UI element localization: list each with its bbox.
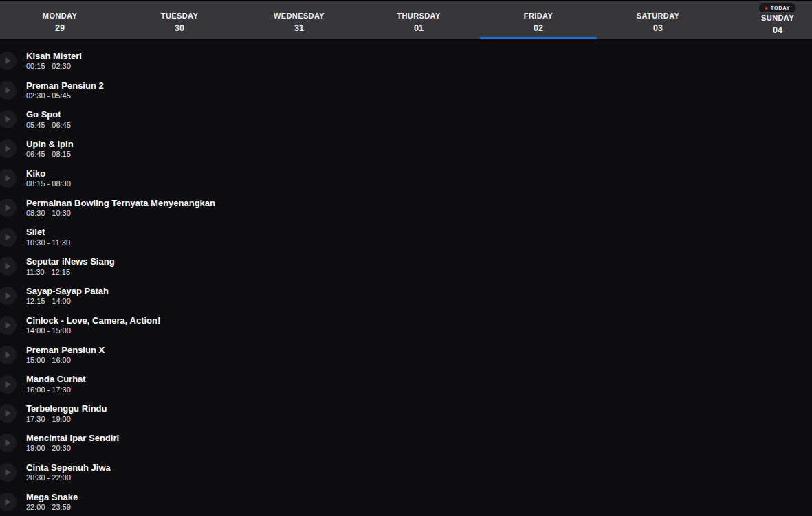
- program-time: 19:00 - 20:30: [26, 444, 119, 452]
- day-date: 31: [294, 23, 304, 33]
- program-row[interactable]: Kisah Misteri 00:15 - 02:30: [0, 46, 812, 76]
- play-icon: [4, 57, 11, 65]
- program-row[interactable]: Seputar iNews Siang 11:30 - 12:15: [0, 252, 812, 282]
- program-title: Cinta Sepenuh Jiwa: [26, 463, 111, 473]
- play-icon: [4, 115, 11, 123]
- program-row[interactable]: Sayap-Sayap Patah 12:15 - 14:00: [0, 281, 812, 311]
- program-time: 08:15 - 08:30: [26, 179, 71, 188]
- play-button[interactable]: [0, 169, 17, 188]
- tab-day-saturday[interactable]: SATURDAY 03: [598, 1, 718, 39]
- program-info: Sayap-Sayap Patah 12:15 - 14:00: [26, 287, 109, 305]
- program-title: Mega Snake: [26, 493, 78, 502]
- program-time: 10:30 - 11:30: [26, 238, 70, 247]
- program-row[interactable]: Mega Snake 22:00 - 23:59: [0, 487, 812, 516]
- program-time: 16:00 - 17:30: [26, 385, 86, 394]
- program-info: Cinta Sepenuh Jiwa 20:30 - 22:00: [26, 463, 111, 482]
- day-label: TUESDAY: [161, 12, 198, 20]
- program-row[interactable]: Go Spot 05:45 - 06:45: [0, 105, 812, 135]
- play-icon: [4, 381, 11, 388]
- tab-day-thursday[interactable]: THURSDAY 01: [359, 1, 479, 39]
- program-time: 12:15 - 14:00: [26, 297, 109, 305]
- day-strip: MONDAY 29 TUESDAY 30 WEDNESDAY 31 THURSD…: [0, 0, 812, 39]
- program-time: 06:45 - 08:15: [26, 150, 74, 158]
- play-button[interactable]: [0, 287, 17, 305]
- play-button[interactable]: [0, 257, 17, 276]
- program-title: Upin & Ipin: [26, 139, 74, 149]
- program-info: Permainan Bowling Ternyata Menyenangkan …: [26, 199, 215, 217]
- program-title: Kiko: [26, 169, 71, 179]
- play-button[interactable]: [0, 199, 17, 217]
- play-button[interactable]: [0, 139, 17, 158]
- program-info: Terbelenggu Rindu 17:30 - 19:00: [26, 404, 107, 423]
- play-button[interactable]: [0, 493, 17, 511]
- program-row[interactable]: Upin & Ipin 06:45 - 08:15: [0, 134, 812, 164]
- play-icon: [4, 292, 11, 300]
- day-date: 02: [534, 23, 543, 33]
- program-row[interactable]: Terbelenggu Rindu 17:30 - 19:00: [0, 399, 812, 429]
- program-title: Preman Pensiun 2: [26, 81, 104, 91]
- active-day-underline: [480, 37, 597, 39]
- play-button[interactable]: [0, 346, 17, 364]
- program-title: Seputar iNews Siang: [26, 257, 115, 267]
- program-time: 02:30 - 05:45: [26, 91, 104, 100]
- play-icon: [4, 469, 11, 476]
- play-icon: [4, 322, 11, 329]
- program-info: Mega Snake 22:00 - 23:59: [26, 493, 78, 511]
- program-row[interactable]: Kiko 08:15 - 08:30: [0, 164, 812, 193]
- program-time: 14:00 - 15:00: [26, 326, 160, 335]
- program-row[interactable]: Cinta Sepenuh Jiwa 20:30 - 22:00: [0, 458, 812, 487]
- program-row[interactable]: Cinlock - Love, Camera, Action! 14:00 - …: [0, 311, 812, 340]
- program-title: Terbelenggu Rindu: [26, 404, 107, 414]
- program-row[interactable]: Preman Pensiun 2 02:30 - 05:45: [0, 76, 812, 105]
- tab-day-monday[interactable]: MONDAY 29: [0, 1, 120, 39]
- day-date: 03: [653, 23, 663, 33]
- play-icon: [4, 145, 11, 153]
- play-icon: [4, 175, 11, 182]
- program-title: Cinlock - Love, Camera, Action!: [26, 316, 160, 326]
- program-row[interactable]: Manda Curhat 16:00 - 17:30: [0, 370, 812, 399]
- program-info: Go Spot 05:45 - 06:45: [26, 110, 71, 128]
- play-icon: [4, 204, 11, 212]
- program-info: Manda Curhat 16:00 - 17:30: [26, 374, 86, 393]
- day-label: SATURDAY: [637, 12, 680, 20]
- program-title: Kisah Misteri: [26, 52, 82, 61]
- program-row[interactable]: Mencintai Ipar Sendiri 19:00 - 20:30: [0, 428, 812, 458]
- program-info: Kiko 08:15 - 08:30: [26, 169, 71, 188]
- play-button[interactable]: [0, 228, 17, 247]
- program-row[interactable]: Preman Pensiun X 15:00 - 16:00: [0, 340, 812, 370]
- program-time: 22:00 - 23:59: [26, 503, 78, 511]
- day-label: FRIDAY: [524, 12, 553, 20]
- day-date: 01: [414, 23, 424, 33]
- program-time: 08:30 - 10:30: [26, 209, 215, 217]
- tab-day-wednesday[interactable]: WEDNESDAY 31: [239, 1, 359, 39]
- play-icon: [4, 234, 11, 241]
- program-row[interactable]: Silet 10:30 - 11:30: [0, 223, 812, 252]
- program-list: Kisah Misteri 00:15 - 02:30 Preman Pensi…: [0, 39, 812, 516]
- program-row[interactable]: Permainan Bowling Ternyata Menyenangkan …: [0, 193, 812, 223]
- program-title: Go Spot: [26, 110, 71, 120]
- program-time: 05:45 - 06:45: [26, 121, 71, 129]
- tab-day-friday[interactable]: FRIDAY 02: [479, 1, 598, 39]
- tab-day-tuesday[interactable]: TUESDAY 30: [120, 1, 239, 39]
- program-info: Seputar iNews Siang 11:30 - 12:15: [26, 257, 115, 276]
- day-date: 30: [175, 23, 184, 33]
- program-info: Silet 10:30 - 11:30: [26, 227, 70, 246]
- play-button[interactable]: [0, 316, 17, 335]
- play-icon: [4, 439, 11, 447]
- day-label: SUNDAY: [761, 14, 794, 22]
- tab-day-sunday[interactable]: TODAY SUNDAY 04: [718, 1, 812, 39]
- play-button[interactable]: [0, 110, 17, 128]
- play-icon: [4, 87, 11, 94]
- program-title: Permainan Bowling Ternyata Menyenangkan: [26, 199, 215, 208]
- play-icon: [4, 498, 11, 506]
- program-title: Mencintai Ipar Sendiri: [26, 434, 119, 443]
- play-button[interactable]: [0, 404, 17, 423]
- program-time: 20:30 - 22:00: [26, 473, 111, 482]
- play-button[interactable]: [0, 81, 17, 100]
- play-button[interactable]: [0, 375, 17, 394]
- program-title: Silet: [26, 227, 70, 237]
- play-button[interactable]: [0, 434, 17, 452]
- play-icon: [4, 351, 11, 359]
- play-button[interactable]: [0, 52, 17, 70]
- play-button[interactable]: [0, 463, 17, 482]
